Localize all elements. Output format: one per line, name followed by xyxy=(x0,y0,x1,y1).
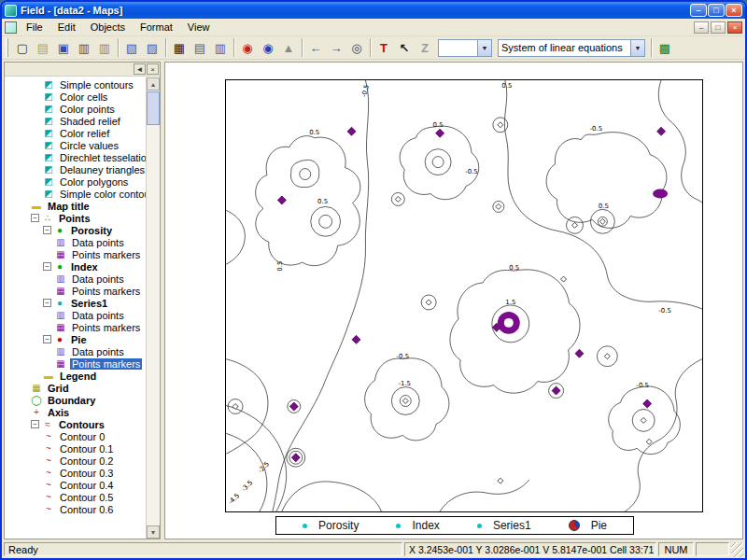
scroll-up-icon[interactable]: ▲ xyxy=(147,77,160,91)
mdi-close-button[interactable]: × xyxy=(727,21,742,34)
tree-item-pie[interactable]: −●Pie xyxy=(5,333,146,345)
tree-item-legend[interactable]: ▬Legend xyxy=(5,370,146,382)
tree-item-points-markers[interactable]: ▦Points markers xyxy=(5,357,146,370)
tree-item-contour-0-6[interactable]: ~Contour 0.6 xyxy=(5,503,146,515)
table-button[interactable]: ▤ xyxy=(190,37,210,58)
tree-item-direchlet-tesselations[interactable]: ◩Direchlet tesselations xyxy=(5,151,146,163)
minimize-button[interactable]: – xyxy=(690,4,707,17)
tree-expander-icon[interactable]: − xyxy=(31,214,39,222)
tree-item-simple-color-contours[interactable]: ◩Simple color contours xyxy=(5,188,146,200)
save-button[interactable]: ▣ xyxy=(53,37,74,58)
tree-item-delauney-triangles[interactable]: ◩Delauney triangles xyxy=(5,163,146,175)
print-preview-button[interactable]: ▥ xyxy=(94,37,115,58)
mdi-minimize-button[interactable]: – xyxy=(694,21,709,34)
data-point-marker xyxy=(604,354,610,359)
tree-item-boundary[interactable]: ◯Boundary xyxy=(5,394,146,406)
tree-item-map-title[interactable]: ▬Map title xyxy=(5,200,146,212)
contour-icon: ~ xyxy=(43,468,54,479)
tree-item-porosity[interactable]: −●Porosity xyxy=(5,224,146,236)
tree-item-points-markers[interactable]: ▦Points markers xyxy=(5,248,146,260)
tree-scrollbar[interactable]: ▲ ▼ xyxy=(146,77,160,539)
method-combo[interactable]: System of linear equations▼ xyxy=(498,39,645,57)
teal-icon: ◩ xyxy=(43,164,54,175)
contour-path xyxy=(273,80,369,511)
map-frame: -0.50.50.50.5-0.5-0.50.50.51.5-0.5-1.5-0… xyxy=(225,79,703,512)
mdi-restore-button[interactable]: □ xyxy=(711,21,726,34)
menu-item-file[interactable]: File xyxy=(19,20,50,35)
copy-data-button[interactable]: ▨ xyxy=(142,37,162,58)
tree-item-contour-0-1[interactable]: ~Contour 0.1 xyxy=(5,442,146,455)
tree-item-data-points[interactable]: ▥Data points xyxy=(5,273,146,285)
scrollbar-thumb[interactable] xyxy=(147,91,160,125)
forward-button[interactable]: → xyxy=(326,37,346,58)
tree-expander-icon[interactable]: − xyxy=(43,335,51,343)
pointer-button[interactable]: ↖ xyxy=(394,37,415,58)
tree-item-data-points[interactable]: ▥Data points xyxy=(5,236,146,248)
method-combo-value[interactable]: System of linear equations xyxy=(499,42,630,53)
tree-item-index[interactable]: −●Index xyxy=(5,260,146,273)
menu-item-edit[interactable]: Edit xyxy=(50,20,83,35)
app-icon xyxy=(5,5,17,17)
toolbar-grip[interactable] xyxy=(6,38,8,57)
tree-item-contour-0-2[interactable]: ~Contour 0.2 xyxy=(5,455,146,467)
chevron-down-icon[interactable]: ▼ xyxy=(477,40,491,56)
data-icon: ▥ xyxy=(55,237,66,248)
new-table-button[interactable]: ▥ xyxy=(210,37,231,58)
tree-item-simple-contours[interactable]: ◩Simple contours xyxy=(5,78,146,91)
panel-header: ◄ × xyxy=(5,63,160,77)
pin-icon[interactable]: ◄ xyxy=(134,63,146,75)
donut-marker-hole xyxy=(504,318,514,328)
z-button[interactable]: Z xyxy=(415,37,435,58)
panel-close-icon[interactable]: × xyxy=(147,63,159,75)
tree-item-series1[interactable]: −●Series1 xyxy=(5,297,146,309)
tree-item-contour-0-5[interactable]: ~Contour 0.5 xyxy=(5,491,146,503)
map-button[interactable]: ▩ xyxy=(655,37,675,58)
info-button[interactable]: ◉ xyxy=(258,37,278,58)
tree-item-contour-0[interactable]: ~Contour 0 xyxy=(5,430,146,442)
contours-button[interactable]: ◉ xyxy=(237,37,258,58)
tree-item-points[interactable]: −∴Points xyxy=(5,212,146,224)
tree-item-color-cells[interactable]: ◩Color cells xyxy=(5,91,146,103)
print-button[interactable]: ▥ xyxy=(74,37,94,58)
grid-button[interactable]: ▦ xyxy=(169,37,190,58)
tree-item-color-polygons[interactable]: ◩Color polygons xyxy=(5,175,146,188)
tree-item-shaded-relief[interactable]: ◩Shaded relief xyxy=(5,115,146,127)
tree-item-contour-0-3[interactable]: ~Contour 0.3 xyxy=(5,467,146,479)
new-button[interactable]: ▢ xyxy=(12,37,33,58)
map-canvas[interactable]: -0.50.50.50.5-0.5-0.50.50.51.5-0.5-1.5-0… xyxy=(164,62,743,539)
tree-item-label: Simple contours xyxy=(58,79,135,91)
tree-item-contours[interactable]: −≈Contours xyxy=(5,418,146,430)
copy-map-button[interactable]: ▧ xyxy=(121,37,142,58)
menu-item-objects[interactable]: Objects xyxy=(83,20,133,35)
teal-icon: ◩ xyxy=(43,91,54,103)
close-button[interactable]: × xyxy=(726,4,742,17)
tree-item-points-markers[interactable]: ▦Points markers xyxy=(5,321,146,333)
tree-expander-icon[interactable]: − xyxy=(43,299,51,307)
tree-item-circle-values[interactable]: ◩Circle values xyxy=(5,139,146,151)
tree-expander-icon[interactable]: − xyxy=(43,226,51,234)
toolbar-separator xyxy=(370,38,371,57)
tree-item-color-relief[interactable]: ◩Color relief xyxy=(5,127,146,139)
back-button[interactable]: ← xyxy=(305,37,326,58)
tree-item-data-points[interactable]: ▥Data points xyxy=(5,309,146,321)
tree-item-points-markers[interactable]: ▦Points markers xyxy=(5,285,146,297)
tree-item-contour-0-4[interactable]: ~Contour 0.4 xyxy=(5,479,146,491)
tree-item-data-points[interactable]: ▥Data points xyxy=(5,345,146,357)
text-button[interactable]: T xyxy=(374,37,394,58)
tree-item-color-points[interactable]: ◩Color points xyxy=(5,103,146,115)
legend-label: Pie xyxy=(591,519,607,532)
select-region-button[interactable]: ◎ xyxy=(346,37,367,58)
tree-expander-icon[interactable]: − xyxy=(43,262,51,271)
tree-expander-icon[interactable]: − xyxy=(31,420,39,428)
scale-combo[interactable]: ▼ xyxy=(438,39,492,57)
relief-button[interactable]: ▲ xyxy=(278,37,299,58)
open-button[interactable]: ▤ xyxy=(33,37,53,58)
resize-grip[interactable] xyxy=(731,542,743,557)
maximize-button[interactable]: □ xyxy=(708,4,725,17)
chevron-down-icon[interactable]: ▼ xyxy=(630,40,644,56)
menu-item-view[interactable]: View xyxy=(180,20,218,35)
menu-item-format[interactable]: Format xyxy=(133,20,180,35)
tree-item-grid[interactable]: ▦Grid xyxy=(5,382,146,394)
scroll-down-icon[interactable]: ▼ xyxy=(147,525,160,539)
tree-item-axis[interactable]: +Axis xyxy=(5,406,146,418)
